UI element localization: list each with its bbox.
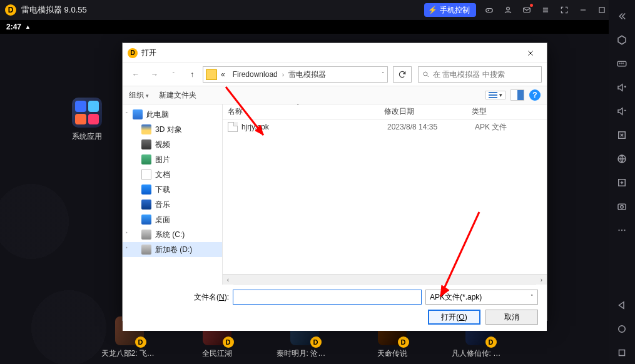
search-input[interactable]: 在 雷电模拟器 中搜索 — [418, 66, 542, 83]
dialog-footer: 文件名(N): APK文件(*.apk)˅ 打开(O) 取消 — [123, 285, 547, 331]
folder-tree[interactable]: ˅此电脑 3D 对象 视频 图片 文档 下载 音乐 桌面 ˃系统 (C:) ˃新… — [123, 104, 223, 285]
hexagon-icon[interactable] — [609, 29, 635, 51]
svg-marker-30 — [619, 302, 624, 309]
svg-point-26 — [621, 206, 624, 209]
tree-item-videos[interactable]: 视频 — [123, 137, 222, 152]
organize-menu[interactable]: 组织 — [129, 90, 149, 101]
svg-rect-32 — [619, 350, 625, 356]
svg-line-36 — [427, 76, 429, 78]
nav-recent-icon[interactable] — [609, 341, 635, 364]
file-icon — [228, 122, 238, 132]
nav-home-icon[interactable] — [609, 318, 635, 340]
sort-indicator-icon: ˄ — [297, 103, 300, 109]
user-icon[interactable] — [499, 0, 517, 20]
tree-item-downloads[interactable]: 下载 — [123, 182, 222, 197]
tree-item-music[interactable]: 音乐 — [123, 197, 222, 212]
android-statusbar: 2:47 ▲ ▾ ◢ ▮ — [0, 20, 635, 34]
svg-point-15 — [621, 63, 622, 64]
status-time: 2:47 — [6, 23, 21, 31]
phone-control-button[interactable]: ⚡ 手机控制 — [424, 3, 476, 17]
svg-point-29 — [624, 230, 625, 231]
col-date[interactable]: 修改日期 — [384, 106, 472, 117]
svg-rect-25 — [618, 204, 626, 210]
filename-label: 文件名(N): — [194, 292, 229, 303]
bolt-icon: ⚡ — [428, 6, 437, 14]
install-icon[interactable] — [609, 171, 635, 194]
svg-point-27 — [618, 230, 619, 231]
fullscreen-icon[interactable] — [555, 0, 574, 20]
keyboard-icon[interactable] — [609, 53, 635, 75]
tree-item-drive-c[interactable]: ˃系统 (C:) — [123, 227, 222, 242]
preview-pane-toggle[interactable] — [511, 89, 524, 101]
tree-item-documents[interactable]: 文档 — [123, 167, 222, 182]
svg-point-3 — [507, 7, 510, 10]
view-selector[interactable]: ▾ — [485, 91, 505, 99]
tree-item-this-pc[interactable]: ˅此电脑 — [123, 107, 222, 122]
tree-item-3d[interactable]: 3D 对象 — [123, 122, 222, 137]
dialog-close-button[interactable] — [518, 44, 543, 62]
dialog-titlebar: D 打开 — [123, 43, 547, 63]
dialog-title: 打开 — [141, 48, 156, 58]
nav-forward-button: → — [146, 66, 163, 83]
app-title: 雷电模拟器 9.0.55 — [21, 4, 87, 16]
file-list-pane: ˄ 名称 修改日期 类型 hjrjy.apk 2023/8/8 14:35 AP… — [223, 104, 547, 285]
side-toolbar — [609, 0, 635, 364]
system-app-icon — [72, 98, 102, 128]
horizontal-scrollbar[interactable]: ‹› — [223, 274, 547, 285]
collapse-icon[interactable] — [609, 5, 635, 28]
svg-point-28 — [621, 230, 622, 231]
file-list-header[interactable]: ˄ 名称 修改日期 类型 — [223, 104, 547, 119]
col-type[interactable]: 类型 — [472, 106, 547, 117]
tree-item-pictures[interactable]: 图片 — [123, 152, 222, 167]
svg-point-14 — [619, 63, 620, 64]
dialog-logo-icon: D — [128, 48, 138, 58]
nav-back-icon[interactable] — [609, 294, 635, 316]
svg-point-16 — [623, 63, 624, 64]
nav-back-button[interactable]: ← — [128, 66, 144, 83]
dialog-toolbar: 组织 新建文件夹 ▾ ? — [123, 86, 547, 104]
minimize-icon[interactable] — [574, 0, 592, 20]
tree-item-drive-d[interactable]: ˃新加卷 (D:) — [123, 242, 222, 257]
globe-icon[interactable] — [609, 148, 635, 170]
breadcrumb-drop-icon[interactable]: ˅ — [382, 71, 385, 78]
open-button[interactable]: 打开(O) — [428, 310, 480, 325]
folder-icon — [206, 69, 217, 80]
desktop-app-system[interactable]: 系统应用 — [68, 98, 106, 142]
col-name[interactable]: 名称 — [228, 106, 384, 117]
new-folder-button[interactable]: 新建文件夹 — [159, 90, 196, 101]
svg-marker-12 — [618, 36, 626, 44]
file-open-dialog: D 打开 ← → ˅ ↑ « Firedownload› 雷电模拟器 ˅ 在 雷… — [122, 43, 547, 321]
menu-icon[interactable] — [536, 0, 555, 20]
app-logo: D — [5, 4, 16, 16]
svg-point-31 — [619, 326, 626, 333]
emulator-titlebar: D 雷电模拟器 9.0.55 ⚡ 手机控制 — [0, 0, 635, 20]
help-button[interactable]: ? — [529, 89, 541, 101]
mail-icon[interactable] — [517, 0, 536, 20]
refresh-button[interactable] — [393, 66, 412, 83]
dialog-nav: ← → ˅ ↑ « Firedownload› 雷电模拟器 ˅ 在 雷电模拟器 … — [123, 63, 547, 86]
file-row[interactable]: hjrjy.apk 2023/8/8 14:35 APK 文件 — [223, 119, 547, 134]
filename-input[interactable] — [233, 290, 422, 305]
more-icon[interactable] — [609, 219, 635, 241]
nav-up-button[interactable]: ↑ — [184, 66, 200, 83]
tree-item-desktop[interactable]: 桌面 — [123, 212, 222, 227]
cancel-button[interactable]: 取消 — [485, 310, 538, 325]
expand-icon[interactable] — [609, 124, 635, 146]
breadcrumb[interactable]: « Firedownload› 雷电模拟器 ˅ — [203, 66, 388, 83]
notif-icon: ▲ — [25, 24, 31, 30]
svg-rect-9 — [599, 8, 604, 13]
filetype-filter[interactable]: APK文件(*.apk)˅ — [425, 290, 538, 305]
screenshot-icon[interactable] — [609, 195, 635, 218]
volume-up-icon[interactable] — [609, 76, 635, 99]
system-app-label: 系统应用 — [68, 131, 106, 142]
nav-recent-button[interactable]: ˅ — [165, 66, 181, 83]
volume-down-icon[interactable] — [609, 100, 635, 123]
gamepad-icon[interactable] — [480, 0, 499, 20]
svg-point-35 — [424, 72, 427, 76]
